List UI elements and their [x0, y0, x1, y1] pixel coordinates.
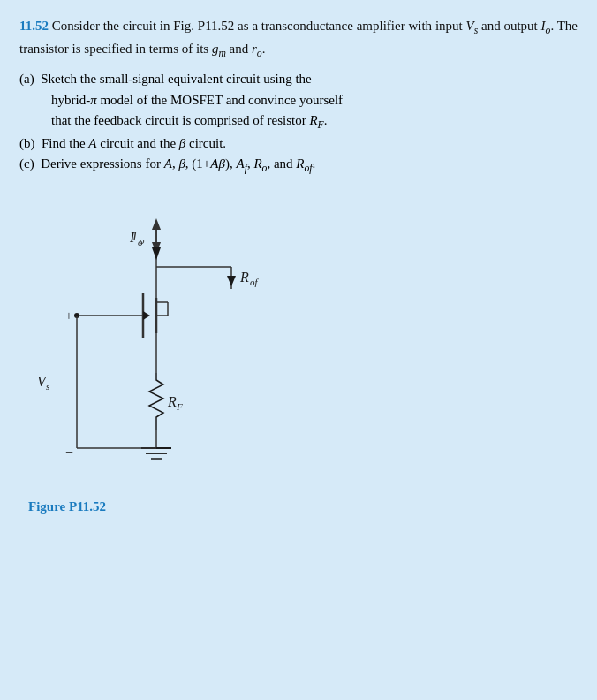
part-a-cont: hybrid-π model of the MOSFET and convinc… [19, 90, 578, 110]
svg-text:−: − [65, 445, 73, 460]
svg-marker-10 [227, 276, 236, 286]
problem-number: 11.52 [19, 19, 49, 33]
svg-text:R: R [239, 270, 249, 285]
part-c: (c) Derive expressions for A, β, (1+Aβ),… [19, 154, 578, 177]
svg-marker-20 [143, 311, 150, 320]
svg-text:+: + [65, 309, 72, 323]
part-a: (a) Sketch the small-signal equivalent c… [19, 69, 578, 89]
figure-caption: Figure P11.52 [28, 499, 106, 514]
svg-marker-5 [152, 247, 161, 260]
svg-text:I: I [129, 230, 135, 245]
svg-text:of: of [250, 277, 260, 287]
svg-text:s: s [46, 381, 49, 392]
part-b: (b) Find the A circuit and the β circuit… [19, 133, 578, 154]
svg-text:o: o [138, 237, 143, 247]
figure-area: I o I o [19, 196, 578, 514]
problem-text: 11.52 Consider the circuit in Fig. P11.5… [19, 16, 578, 62]
svg-text:R: R [167, 394, 177, 409]
parts-list: (a) Sketch the small-signal equivalent c… [19, 69, 578, 177]
svg-text:F: F [176, 401, 183, 412]
circuit-diagram: I o I o [19, 196, 390, 488]
part-a-cont2: that the feedback circuit is comprised o… [19, 110, 578, 133]
